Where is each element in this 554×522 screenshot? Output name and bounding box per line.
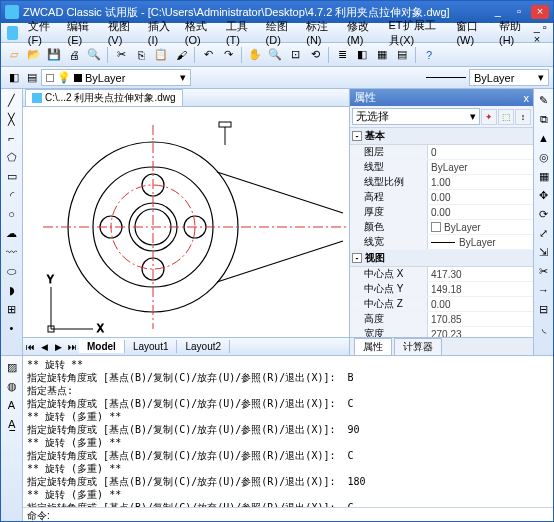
quick-select-icon[interactable]: ✦ [481, 109, 497, 125]
print-icon[interactable]: 🖨 [65, 46, 83, 64]
match-icon[interactable]: 🖌 [172, 46, 190, 64]
mtext-icon[interactable]: A̲ [3, 415, 21, 433]
panel-close-icon[interactable]: x [524, 92, 530, 104]
preview-icon[interactable]: 🔍 [85, 46, 103, 64]
ellipse-icon[interactable]: ⬭ [3, 262, 21, 280]
revcloud-icon[interactable]: ☁ [3, 224, 21, 242]
menu-window[interactable]: 窗口(W) [450, 17, 493, 48]
drawing-canvas[interactable]: Y X [23, 107, 349, 337]
tab-prev-icon[interactable]: ◀ [37, 342, 51, 352]
prop-width-val[interactable]: 270.23 [428, 327, 533, 337]
offset-icon[interactable]: ◎ [535, 148, 553, 166]
tab-model[interactable]: Model [79, 340, 125, 353]
design-icon[interactable]: ◧ [353, 46, 371, 64]
doc-tab[interactable]: C:\...2 利用夹点拉伸对象.dwg [25, 89, 183, 106]
menu-view[interactable]: 视图(V) [102, 17, 142, 48]
prop-thick-val[interactable]: 0.00 [428, 205, 533, 219]
paste-icon[interactable]: 📋 [152, 46, 170, 64]
menu-tools[interactable]: 工具(T) [220, 17, 260, 48]
cut-icon[interactable]: ✂ [112, 46, 130, 64]
prop-cx-val[interactable]: 417.30 [428, 267, 533, 281]
zoom-win-icon[interactable]: ⊡ [286, 46, 304, 64]
block-icon[interactable]: ⊞ [3, 300, 21, 318]
copy-obj-icon[interactable]: ⧉ [535, 110, 553, 128]
text-icon[interactable]: A [3, 396, 21, 414]
ellipse-arc-icon[interactable]: ◗ [3, 281, 21, 299]
zoom-prev-icon[interactable]: ⟲ [306, 46, 324, 64]
prop-lw-val[interactable]: ByLayer [428, 235, 533, 249]
pan-icon[interactable]: ✋ [246, 46, 264, 64]
prop-ltscale-val[interactable]: 1.00 [428, 175, 533, 189]
pline-icon[interactable]: ⌐ [3, 129, 21, 147]
tab-first-icon[interactable]: ⏮ [23, 342, 37, 352]
menu-insert[interactable]: 插入(I) [142, 17, 179, 48]
zoom-rt-icon[interactable]: 🔍 [266, 46, 284, 64]
mirror-icon[interactable]: ▲ [535, 129, 553, 147]
selection-combo[interactable]: 无选择 ▾ [352, 108, 480, 125]
point-icon[interactable]: • [3, 319, 21, 337]
toggle-pick-icon[interactable]: ↕ [515, 109, 531, 125]
prop-linetype-val[interactable]: ByLayer [428, 160, 533, 174]
linetype-select[interactable]: ByLayer ▾ [469, 69, 549, 86]
scale-icon[interactable]: ⤢ [535, 224, 553, 242]
erase-icon[interactable]: ✎ [535, 91, 553, 109]
save-icon[interactable]: 💾 [45, 46, 63, 64]
tab-layout2[interactable]: Layout2 [177, 340, 230, 353]
line-icon[interactable]: ╱ [3, 91, 21, 109]
prop-elev-val[interactable]: 0.00 [428, 190, 533, 204]
open-icon[interactable]: 📂 [25, 46, 43, 64]
rect-icon[interactable]: ▭ [3, 167, 21, 185]
tab-layout1[interactable]: Layout1 [125, 340, 178, 353]
copy-icon[interactable]: ⎘ [132, 46, 150, 64]
move-icon[interactable]: ✥ [535, 186, 553, 204]
doc-max-button[interactable]: ▫ [543, 21, 547, 33]
menu-dim[interactable]: 标注(N) [300, 17, 341, 48]
region-icon[interactable]: ◍ [3, 377, 21, 395]
polygon-icon[interactable]: ⬠ [3, 148, 21, 166]
menu-draw[interactable]: 绘图(D) [260, 17, 301, 48]
command-input[interactable]: 命令: [23, 507, 553, 522]
menu-file[interactable]: 文件(F) [22, 17, 62, 48]
menu-modify[interactable]: 修改(M) [341, 17, 383, 48]
prop-cz-val[interactable]: 0.00 [428, 297, 533, 311]
menu-help[interactable]: 帮助(H) [493, 17, 534, 48]
calc-icon[interactable]: ▤ [393, 46, 411, 64]
fillet-icon[interactable]: ◟ [535, 319, 553, 337]
props-icon[interactable]: ≣ [333, 46, 351, 64]
color-icon[interactable]: ◧ [5, 69, 23, 87]
undo-icon[interactable]: ↶ [199, 46, 217, 64]
command-history[interactable]: ** 旋转 ** 指定旋转角度或 [基点(B)/复制(C)/放弃(U)/参照(R… [23, 356, 553, 507]
hatch-icon[interactable]: ▨ [3, 358, 21, 376]
trim-icon[interactable]: ✂ [535, 262, 553, 280]
prop-height-val[interactable]: 170.85 [428, 312, 533, 326]
layer-icon[interactable]: ▤ [23, 69, 41, 87]
extend-icon[interactable]: → [535, 281, 553, 299]
doc-close-button[interactable]: × [534, 33, 540, 45]
tab-last-icon[interactable]: ⏭ [65, 342, 79, 352]
stretch-icon[interactable]: ⇲ [535, 243, 553, 261]
rotate-icon[interactable]: ⟳ [535, 205, 553, 223]
menu-et[interactable]: ET扩展工具(X) [383, 16, 451, 50]
menu-format[interactable]: 格式(O) [179, 17, 220, 48]
doc-min-button[interactable]: _ [534, 21, 540, 33]
prop-cy-val[interactable]: 149.18 [428, 282, 533, 296]
xline-icon[interactable]: ╳ [3, 110, 21, 128]
circle-icon[interactable]: ○ [3, 205, 21, 223]
prop-color-val[interactable]: ByLayer [428, 220, 533, 234]
tool-pal-icon[interactable]: ▦ [373, 46, 391, 64]
tab-properties[interactable]: 属性 [354, 338, 392, 355]
cat-basic[interactable]: -基本 [350, 128, 533, 145]
prop-layer-val[interactable]: 0 [428, 145, 533, 159]
break-icon[interactable]: ⊟ [535, 300, 553, 318]
arc-icon[interactable]: ◜ [3, 186, 21, 204]
tab-calculator[interactable]: 计算器 [394, 338, 442, 355]
menu-edit[interactable]: 编辑(E) [61, 17, 101, 48]
select-obj-icon[interactable]: ⬚ [498, 109, 514, 125]
new-icon[interactable]: ▱ [5, 46, 23, 64]
array-icon[interactable]: ▦ [535, 167, 553, 185]
spline-icon[interactable]: 〰 [3, 243, 21, 261]
redo-icon[interactable]: ↷ [219, 46, 237, 64]
tab-next-icon[interactable]: ▶ [51, 342, 65, 352]
help-icon[interactable]: ? [420, 46, 438, 64]
close-button[interactable]: × [531, 5, 549, 19]
